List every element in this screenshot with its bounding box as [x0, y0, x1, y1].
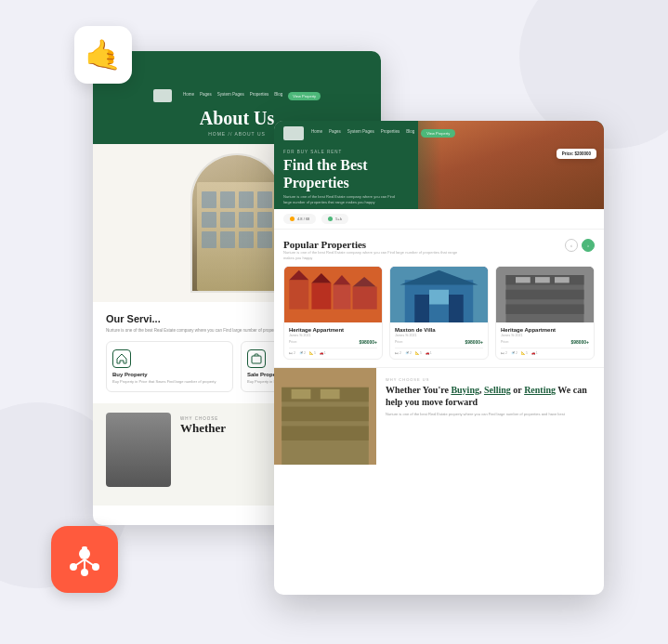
property-1-name: Heritage Appartment — [289, 327, 377, 333]
svg-rect-37 — [292, 389, 311, 399]
property-card-3[interactable]: Heritage Appartment James St 2021 Price:… — [495, 266, 595, 360]
property-3-price-row: Price: $98000+ — [501, 339, 589, 345]
back-nav-cta[interactable]: View Property — [288, 92, 321, 100]
property-card-3-details: Heritage Appartment James St 2021 Price:… — [496, 322, 594, 359]
price-badge: Price: $200000 — [557, 149, 596, 159]
popular-title: Popular Properties — [283, 239, 469, 250]
why-choose-image — [274, 368, 376, 465]
svg-rect-16 — [353, 287, 377, 309]
property-2-price-label: Price: — [395, 340, 403, 344]
svg-rect-12 — [311, 283, 331, 309]
popular-prev-btn[interactable]: ‹ — [565, 239, 578, 252]
window — [220, 231, 235, 247]
count-dot — [328, 217, 333, 221]
front-nav-home: Home — [311, 129, 322, 138]
svg-rect-36 — [282, 427, 369, 441]
back-arch-image — [190, 153, 283, 293]
why-choose-label: WHY CHOOSE US — [386, 377, 595, 382]
amenity-area-3: 📐 5 — [521, 351, 528, 355]
amenity-garage: 🚗 1 — [320, 351, 326, 355]
window — [202, 191, 216, 207]
amenity-bath-3: 🚿 2 — [511, 351, 517, 355]
front-nav-blog: Blog — [406, 129, 414, 138]
property-1-price: $98000+ — [359, 339, 377, 345]
property-1-price-row: Price: $98000+ — [289, 339, 377, 345]
property-card-1[interactable]: Heritage Appartment James St 2021 Price:… — [283, 266, 383, 360]
property-grid: Heritage Appartment James St 2021 Price:… — [283, 266, 595, 360]
property-1-amenities: 🛏 2 🚿 2 📐 5 🚗 1 — [289, 348, 377, 355]
sale-property-icon — [247, 349, 266, 368]
amenity-area-2: 📐 5 — [415, 351, 422, 355]
property-card-1-image — [284, 267, 382, 322]
amenity-bed-2: 🛏 2 — [395, 351, 401, 355]
svg-rect-22 — [449, 295, 464, 322]
property-card-2-image — [390, 267, 488, 322]
back-nav-home: Home — [183, 92, 194, 100]
hubspot-card — [51, 526, 118, 593]
property-3-price: $98000+ — [570, 339, 589, 345]
svg-rect-31 — [555, 277, 570, 283]
svg-rect-35 — [282, 407, 369, 422]
front-stats-bar: 4.8 / 68 5+k — [274, 209, 604, 230]
popular-properties-section: Popular Properties Nurture is one of the… — [274, 230, 604, 367]
property-2-price-row: Price: $98000+ — [395, 339, 483, 345]
buy-property-desc: Buy Property in Price that Saves Find la… — [112, 379, 227, 384]
building-windows — [202, 191, 272, 268]
back-whether-title: Whether — [180, 421, 226, 436]
amenity-bath: 🚿 2 — [299, 351, 306, 355]
buying-link[interactable]: Buying — [451, 385, 479, 395]
front-nav-cta[interactable]: View Property — [421, 129, 455, 138]
selling-link[interactable]: Selling — [484, 385, 511, 395]
property-2-location: James St 2021 — [395, 334, 483, 337]
why-choose-content: WHY CHOOSE US Whether You're Buying, Sel… — [376, 368, 604, 465]
svg-rect-29 — [516, 277, 530, 283]
svg-rect-1 — [82, 546, 87, 550]
front-nav: Home Pages System Pages Properties Blog … — [274, 121, 604, 146]
popular-header: Popular Properties Nurture is one of the… — [283, 239, 595, 260]
window — [202, 212, 216, 228]
property-2-price: $98000+ — [465, 339, 483, 345]
popular-next-btn[interactable]: › — [582, 239, 595, 252]
popular-nav: ‹ › — [565, 239, 595, 252]
svg-rect-38 — [321, 389, 340, 399]
property-2-name: Maxton de Villa — [395, 327, 483, 333]
svg-rect-27 — [506, 290, 584, 300]
window — [257, 191, 272, 207]
property-3-amenities: 🛏 2 🚿 2 📐 5 🚗 1 — [501, 348, 589, 355]
property-card-3-image — [496, 267, 594, 322]
window — [202, 231, 216, 247]
svg-line-6 — [85, 559, 96, 567]
svg-rect-28 — [506, 305, 584, 315]
renting-link[interactable]: Renting — [524, 385, 556, 395]
back-nav-system: System Pages — [217, 92, 244, 100]
front-hero-desc: Nurture is one of the best Real Estate c… — [283, 194, 404, 204]
back-page-title: About Us — [200, 108, 275, 129]
popular-title-group: Popular Properties Nurture is one of the… — [283, 239, 469, 260]
svg-rect-23 — [429, 290, 449, 305]
count-value: 5+k — [335, 217, 342, 221]
window — [257, 212, 272, 228]
back-bottom-image — [106, 413, 171, 487]
property-card-2[interactable]: Maxton de Villa James St 2021 Price: $98… — [389, 266, 489, 360]
why-title-start: Whether You're — [386, 385, 451, 395]
property-1-location: James St 2021 — [289, 334, 377, 337]
buy-property-name: Buy Property — [112, 372, 227, 377]
back-nav-blog: Blog — [274, 92, 282, 100]
back-nav: Home Pages System Pages Properties Blog … — [153, 89, 321, 102]
emoji-icon: 🤙 — [85, 37, 122, 72]
back-building-image — [192, 155, 282, 291]
amenity-garage-2: 🚗 1 — [426, 351, 432, 355]
svg-rect-8 — [252, 356, 261, 363]
buy-property-card: Buy Property Buy Property in Price that … — [106, 341, 233, 392]
rating-dot — [290, 217, 295, 221]
front-nav-properties: Properties — [381, 129, 400, 138]
window — [220, 191, 235, 207]
property-1-price-label: Price: — [289, 340, 297, 344]
amenity-area: 📐 5 — [309, 351, 316, 355]
emoji-card: 🤙 — [74, 26, 132, 84]
back-nav-links: Home Pages System Pages Properties Blog … — [183, 92, 321, 100]
front-hero-subtitle: FOR BUY SALE RENT — [283, 150, 595, 154]
amenity-bed-3: 🛏 2 — [501, 351, 507, 355]
stat-count: 5+k — [321, 214, 348, 224]
front-nav-links: Home Pages System Pages Properties Blog … — [311, 129, 455, 138]
